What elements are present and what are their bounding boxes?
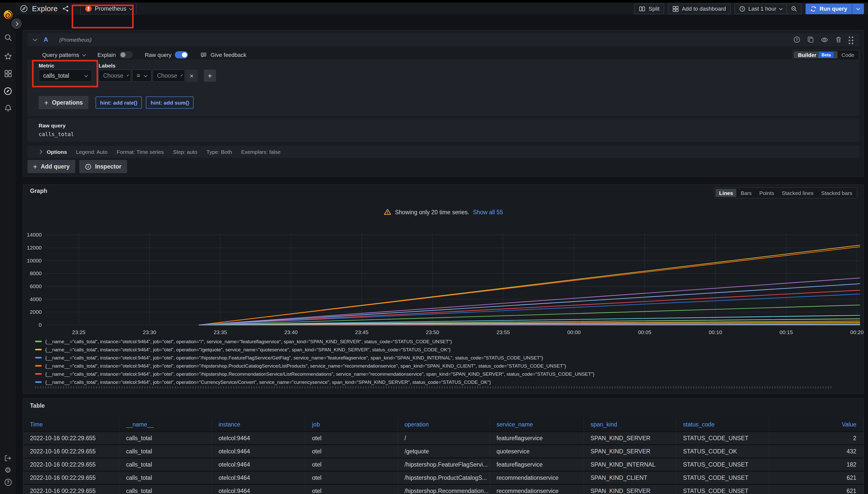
table-cell: otelcol:9464 — [212, 445, 305, 457]
raw-query-toggle[interactable] — [175, 51, 188, 58]
table-cell: SPAN_KIND_SERVER — [584, 432, 676, 444]
sidebar: ⚙ ? — [0, 2, 16, 494]
gear-icon[interactable]: ⚙ — [0, 464, 16, 476]
query-options-row[interactable]: Options Legend: Auto Format: Time series… — [28, 146, 860, 158]
svg-text:2000: 2000 — [30, 309, 42, 315]
table-cell: SPAN_KIND_SERVER — [584, 485, 676, 494]
legend-label: {__name__="calls_total", instance="otelc… — [45, 371, 594, 377]
add-to-dashboard-button[interactable]: Add to dashboard — [668, 3, 730, 14]
split-button[interactable]: Split — [634, 3, 664, 14]
table-header-cell[interactable]: status_code — [676, 418, 770, 431]
table-panel: Table Time__name__instancejoboperationse… — [23, 398, 864, 494]
warning-text: Showing only 20 time series. — [395, 209, 469, 215]
table-header-cell[interactable]: span_kind — [584, 418, 676, 431]
table-cell: /hipstershop.Recommendation... — [398, 485, 490, 494]
table-cell: STATUS_CODE_UNSET — [676, 432, 770, 444]
top-navigation: Explore Prometheus Split Add to dashboar… — [16, 2, 868, 15]
table-header-cell[interactable]: instance — [212, 418, 305, 431]
table-header-cell[interactable]: service_name — [490, 418, 584, 431]
table-header-cell[interactable]: __name__ — [120, 418, 212, 431]
table-header-cell[interactable]: Value — [770, 418, 864, 431]
share-icon[interactable] — [62, 5, 69, 12]
add-label-button[interactable]: + — [204, 70, 216, 82]
zoom-out-button[interactable] — [786, 4, 801, 14]
info-circle-icon — [85, 163, 91, 170]
run-query-label: Run query — [819, 5, 847, 12]
svg-text:00:10: 00:10 — [709, 329, 722, 335]
legend-item[interactable]: {__name__="calls_total", instance="otelc… — [35, 345, 858, 353]
results-table: Time__name__instancejoboperationservice_… — [23, 418, 864, 494]
sidebar-expand-button[interactable] — [10, 17, 23, 30]
table-header-cell[interactable]: Time — [23, 418, 120, 431]
table-cell: 2022-10-16 00:22:29.655 — [23, 485, 120, 494]
search-icon[interactable] — [0, 29, 16, 46]
graph-mode-button[interactable]: Points — [756, 189, 778, 197]
table-cell: featureflagservice — [490, 432, 584, 444]
split-icon — [639, 5, 646, 12]
time-series-chart[interactable]: 0200040006000800010000120001400023:2523:… — [23, 229, 864, 338]
graph-mode-button[interactable]: Stacked lines — [778, 189, 817, 197]
star-icon[interactable] — [0, 48, 16, 65]
svg-text:23:50: 23:50 — [426, 329, 439, 335]
query-builder-card: Metric calls_total Labels Choose = Choos… — [28, 59, 860, 116]
eye-icon[interactable] — [821, 36, 828, 43]
inspector-button[interactable]: Inspector — [79, 160, 127, 173]
legend-item[interactable]: {__name__="calls_total", instance="otelc… — [35, 369, 858, 378]
table-cell: 2 — [770, 432, 864, 444]
apps-icon[interactable] — [0, 65, 16, 82]
chart-series-line — [199, 284, 860, 325]
collapse-chevron-icon[interactable] — [33, 37, 37, 41]
table-header-cell[interactable]: operation — [398, 418, 490, 431]
table-cell: /hipstershop.ProductCatalogS... — [398, 472, 490, 484]
label-operator-select[interactable]: = — [132, 70, 151, 82]
sign-out-icon[interactable] — [0, 452, 16, 464]
warning-triangle-icon — [384, 208, 391, 216]
grafana-logo-icon[interactable] — [3, 10, 13, 20]
legend-item[interactable]: {__name__="calls_total", instance="otelc… — [35, 353, 858, 361]
explore-compass-icon — [20, 4, 28, 13]
svg-text:?: ? — [6, 480, 9, 485]
graph-mode-button[interactable]: Bars — [737, 189, 755, 197]
table-cell: otel — [305, 472, 398, 484]
table-cell: otelcol:9464 — [212, 458, 305, 471]
legend-item[interactable]: {__name__="calls_total", instance="otelc… — [35, 337, 858, 345]
explain-toggle[interactable] — [120, 51, 133, 58]
svg-text:00:00: 00:00 — [567, 329, 581, 335]
label-value-select[interactable]: Choose — [152, 70, 185, 82]
run-query-dropdown[interactable] — [852, 3, 864, 14]
table-cell: otel — [305, 458, 398, 471]
give-feedback-link[interactable]: Give feedback — [200, 52, 247, 58]
hint-add-sum-button[interactable]: hint: add sum() — [146, 96, 194, 109]
options-expand-icon[interactable] — [38, 150, 42, 154]
code-mode-button[interactable]: Code — [837, 51, 858, 58]
time-range-button[interactable]: Last 1 hour — [735, 4, 786, 14]
query-editor-panel: A (Prometheus) ? Query patterns Explain … — [23, 30, 864, 177]
copy-icon[interactable] — [807, 36, 814, 43]
svg-text:4000: 4000 — [30, 296, 42, 302]
svg-text:10000: 10000 — [27, 258, 42, 264]
query-row-header[interactable]: A (Prometheus) ? — [28, 33, 860, 46]
table-cell: 182 — [770, 458, 864, 471]
builder-mode-button[interactable]: Builder Beta — [794, 51, 837, 58]
compass-icon[interactable] — [0, 82, 16, 99]
run-query-button[interactable]: Run query — [805, 3, 852, 14]
bell-icon[interactable] — [0, 99, 16, 117]
remove-label-button[interactable]: × — [185, 70, 198, 82]
svg-text:23:30: 23:30 — [143, 329, 156, 335]
legend-item[interactable]: {__name__="calls_total", instance="otelc… — [35, 378, 858, 386]
table-header-cell[interactable]: job — [305, 418, 398, 431]
trash-icon[interactable] — [835, 36, 842, 43]
legend-item[interactable]: {__name__="calls_total", instance="otelc… — [35, 361, 858, 369]
graph-mode-button[interactable]: Stacked bars — [817, 189, 856, 197]
query-patterns-dropdown[interactable]: Query patterns — [42, 52, 85, 58]
help-icon[interactable]: ? — [0, 476, 16, 489]
add-query-button[interactable]: + Add query — [28, 160, 75, 173]
help-circle-icon[interactable]: ? — [793, 36, 800, 43]
svg-text:8000: 8000 — [30, 270, 42, 276]
label-key-select[interactable]: Choose — [98, 70, 131, 82]
show-all-series-link[interactable]: Show all 55 — [473, 209, 503, 215]
drag-handle-icon[interactable] — [849, 36, 853, 43]
operations-button[interactable]: + Operations — [39, 96, 88, 109]
hint-add-rate-button[interactable]: hint: add rate() — [95, 96, 142, 109]
graph-mode-button[interactable]: Lines — [716, 189, 737, 197]
